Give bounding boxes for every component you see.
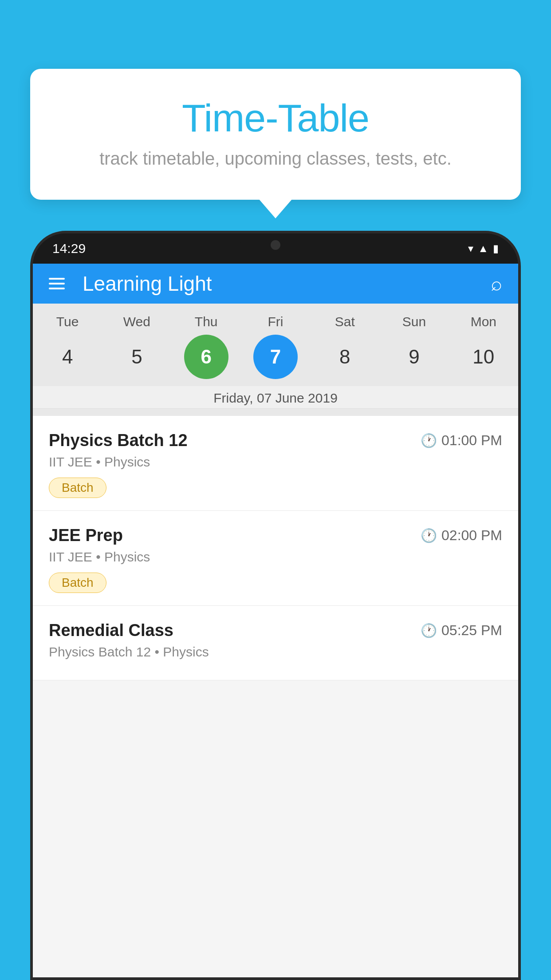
hamburger-line-2 [49, 283, 65, 285]
class-name-1: Physics Batch 12 [49, 431, 188, 450]
dates-row: 4 5 6 7 8 9 10 [33, 335, 518, 379]
day-wed[interactable]: Wed [108, 314, 165, 329]
battery-icon: ▮ [493, 242, 499, 255]
hamburger-line-3 [49, 288, 65, 289]
status-icons: ▾ ▲ ▮ [468, 242, 499, 255]
camera-dot [271, 240, 280, 250]
selected-date-label: Friday, 07 June 2019 [33, 386, 518, 409]
class-time-2: 🕐 02:00 PM [421, 527, 502, 544]
calendar-strip: Tue Wed Thu Fri Sat Sun Mon 4 5 6 7 8 9 … [33, 304, 518, 416]
class-item-header-2: JEE Prep 🕐 02:00 PM [49, 526, 502, 545]
day-fri[interactable]: Fri [247, 314, 304, 329]
hamburger-menu-button[interactable] [49, 278, 65, 289]
phone-frame: 14:29 ▾ ▲ ▮ Learning Light ⌕ Tue Wed [30, 231, 521, 980]
wifi-icon: ▾ [468, 242, 473, 255]
date-8[interactable]: 8 [323, 335, 367, 379]
time-label-1: 01:00 PM [441, 432, 502, 449]
date-4[interactable]: 4 [45, 335, 90, 379]
class-sub-3: Physics Batch 12 • Physics [49, 644, 502, 660]
day-thu[interactable]: Thu [177, 314, 235, 329]
time-label-3: 05:25 PM [441, 622, 502, 639]
day-tue[interactable]: Tue [39, 314, 96, 329]
hamburger-line-1 [49, 278, 65, 280]
class-item-jee-prep[interactable]: JEE Prep 🕐 02:00 PM IIT JEE • Physics Ba… [33, 511, 518, 606]
bubble-subtitle: track timetable, upcoming classes, tests… [52, 149, 499, 169]
status-bar: 14:29 ▾ ▲ ▮ [33, 233, 518, 264]
class-name-2: JEE Prep [49, 526, 123, 545]
clock-icon-3: 🕐 [421, 623, 437, 638]
batch-badge-1: Batch [49, 478, 106, 498]
date-10[interactable]: 10 [461, 335, 506, 379]
clock-icon-1: 🕐 [421, 433, 437, 448]
class-sub-1: IIT JEE • Physics [49, 454, 502, 470]
speech-bubble-card: Time-Table track timetable, upcoming cla… [30, 69, 521, 200]
signal-icon: ▲ [478, 242, 488, 255]
app-header: Learning Light ⌕ [33, 264, 518, 304]
class-sub-2: IIT JEE • Physics [49, 549, 502, 565]
days-row: Tue Wed Thu Fri Sat Sun Mon [33, 314, 518, 329]
status-time: 14:29 [52, 241, 86, 256]
phone-notch [240, 233, 311, 257]
day-mon[interactable]: Mon [455, 314, 512, 329]
day-sat[interactable]: Sat [316, 314, 374, 329]
class-time-3: 🕐 05:25 PM [421, 622, 502, 639]
date-5[interactable]: 5 [114, 335, 159, 379]
search-icon[interactable]: ⌕ [491, 273, 502, 295]
class-item-header-3: Remedial Class 🕐 05:25 PM [49, 621, 502, 640]
day-sun[interactable]: Sun [386, 314, 443, 329]
class-name-3: Remedial Class [49, 621, 173, 640]
date-6-today[interactable]: 6 [184, 335, 228, 379]
clock-icon-2: 🕐 [421, 528, 437, 543]
class-item-header-1: Physics Batch 12 🕐 01:00 PM [49, 431, 502, 450]
class-list: Physics Batch 12 🕐 01:00 PM IIT JEE • Ph… [33, 416, 518, 680]
class-item-remedial[interactable]: Remedial Class 🕐 05:25 PM Physics Batch … [33, 606, 518, 680]
app-title: Learning Light [83, 272, 491, 296]
date-9[interactable]: 9 [392, 335, 437, 379]
class-item-physics-batch[interactable]: Physics Batch 12 🕐 01:00 PM IIT JEE • Ph… [33, 416, 518, 511]
date-7-selected[interactable]: 7 [253, 335, 298, 379]
class-time-1: 🕐 01:00 PM [421, 432, 502, 449]
app-screen: Learning Light ⌕ Tue Wed Thu Fri Sat Sun… [33, 264, 518, 977]
batch-badge-2: Batch [49, 573, 106, 593]
time-label-2: 02:00 PM [441, 527, 502, 544]
bubble-title: Time-Table [52, 95, 499, 141]
